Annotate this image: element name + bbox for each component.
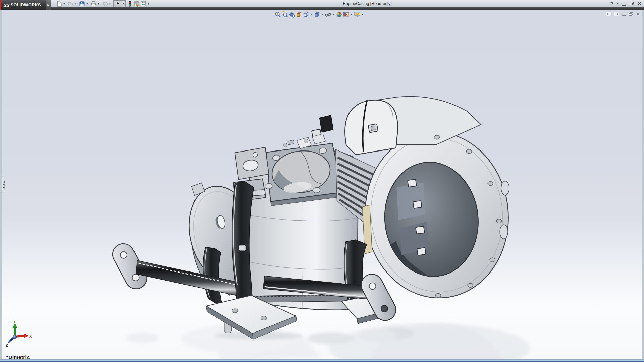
solidworks-logo: ЗS SOLIDWORKS	[0, 0, 46, 10]
open-dropdown-icon[interactable]: ▾	[74, 0, 77, 7]
doc-restore-icon[interactable]	[629, 12, 633, 16]
menu-band	[0, 7, 644, 10]
print-icon[interactable]	[90, 0, 97, 7]
traffic-light-icon[interactable]	[126, 0, 133, 7]
hide-show-dropdown-icon[interactable]: ▾	[331, 11, 335, 18]
undo-icon[interactable]	[101, 0, 108, 7]
select-tool-group: ▾	[113, 0, 126, 7]
zoom-to-area-icon[interactable]	[281, 11, 288, 18]
display-style-icon[interactable]	[313, 11, 320, 18]
select-dropdown-icon[interactable]: ▾	[122, 1, 125, 7]
minimize-icon[interactable]	[622, 5, 626, 6]
doc-minimize-icon[interactable]	[622, 15, 626, 16]
menu-flyout-button[interactable]: ▶	[46, 0, 51, 10]
hide-show-items-icon[interactable]	[324, 11, 331, 18]
window-controls: ? ▾ ✕	[610, 0, 641, 7]
view-orientation-dropdown-icon[interactable]: ▾	[309, 11, 313, 18]
edit-appearance-icon[interactable]	[335, 11, 342, 18]
help-dropdown-icon[interactable]: ▾	[617, 2, 618, 5]
work-area: ▾ ▾ ▾ ▾ ▾	[0, 10, 644, 359]
save-dropdown-icon[interactable]: ▾	[85, 0, 89, 7]
view-orientation-label: *Dimetric	[6, 354, 30, 359]
display-pane-icon[interactable]	[614, 12, 619, 16]
restore-icon[interactable]	[630, 2, 634, 5]
tab-arrow-icon: ◀	[3, 184, 4, 185]
document-window-controls: ✕	[606, 11, 640, 17]
open-icon[interactable]	[67, 0, 74, 7]
triad-z-axis: Z	[6, 335, 17, 348]
featuremanager-collapsed-tab[interactable]: ◀ ◀ ◀	[2, 177, 5, 192]
tab-arrow-icon: ◀	[3, 181, 4, 183]
tab-arrow-icon: ◀	[3, 186, 4, 188]
new-dropdown-icon[interactable]: ▾	[62, 0, 66, 7]
undo-dropdown-icon[interactable]: ▾	[108, 0, 112, 7]
help-icon[interactable]: ?	[610, 1, 613, 6]
engine-model	[109, 97, 517, 339]
logo-red-stripe	[0, 0, 1, 10]
design-checker-icon[interactable]	[140, 0, 147, 7]
previous-view-icon[interactable]	[288, 11, 295, 18]
solidworks-wordmark: SOLIDWORKS	[11, 3, 41, 7]
view-orientation-icon[interactable]	[302, 11, 309, 18]
reference-triad: Y X Z	[4, 321, 33, 348]
document-title: EngineCasing [Read-only]	[141, 1, 594, 6]
svg-text:Z: Z	[6, 343, 8, 347]
featuremanager-pane-icon[interactable]	[606, 12, 611, 16]
graphics-viewport[interactable]: ▾ ▾ ▾ ▾ ▾	[2, 10, 642, 359]
triad-x-axis: X	[15, 334, 32, 338]
heads-up-view-toolbar: ▾ ▾ ▾ ▾ ▾	[274, 11, 365, 18]
options-icon[interactable]	[133, 0, 140, 7]
display-style-dropdown-icon[interactable]: ▾	[320, 11, 324, 18]
status-bar	[0, 359, 644, 362]
floor-reflection	[127, 323, 530, 359]
print-dropdown-icon[interactable]: ▾	[97, 0, 100, 7]
model-3d-engine-casing[interactable]	[2, 10, 642, 359]
apply-scene-icon[interactable]	[342, 11, 350, 18]
svg-text:Y: Y	[13, 321, 16, 324]
new-document-icon[interactable]	[56, 0, 62, 7]
ds-logo-glyph: ЗS	[3, 2, 9, 8]
view-settings-dropdown-icon[interactable]: ▾	[361, 11, 364, 18]
doc-close-icon[interactable]: ✕	[636, 11, 640, 17]
view-settings-icon[interactable]	[354, 11, 361, 18]
close-icon[interactable]: ✕	[637, 1, 641, 6]
select-tool-icon[interactable]	[114, 1, 122, 7]
section-view-icon[interactable]	[295, 11, 302, 18]
svg-text:X: X	[29, 334, 32, 338]
checker-dropdown-icon[interactable]: ▾	[147, 0, 150, 7]
main-toolbar: ▾ ▾ ▾ ▾ ▾ ▾ ▾	[56, 0, 151, 7]
solidworks-window: EngineCasing [Read-only] ? ▾ ✕ ЗS SOLIDW…	[0, 0, 644, 362]
save-icon[interactable]	[78, 0, 85, 7]
apply-scene-dropdown-icon[interactable]: ▾	[350, 11, 353, 18]
zoom-to-fit-icon[interactable]	[274, 11, 281, 18]
